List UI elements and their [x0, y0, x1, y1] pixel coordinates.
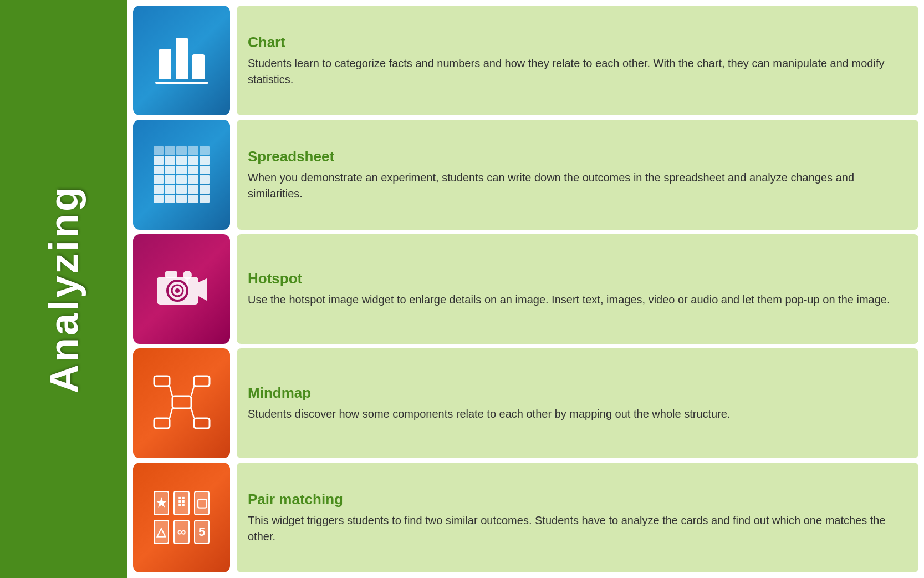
svg-rect-10 [194, 376, 210, 386]
hotspot-description-box: Hotspot Use the hotspot image widget to … [237, 234, 918, 344]
mindmap-icon [151, 372, 212, 435]
hotspot-icon [151, 257, 212, 321]
main-content: Chart Students learn to categorize facts… [127, 0, 924, 578]
spreadsheet-description-box: Spreadsheet When you demonstrate an expe… [237, 120, 918, 230]
mindmap-icon-box[interactable] [133, 348, 230, 458]
chart-icon [155, 38, 208, 84]
pair-matching-title: Pair matching [248, 491, 907, 508]
mindmap-title: Mindmap [248, 384, 907, 402]
svg-line-16 [191, 408, 194, 418]
hotspot-icon-box[interactable] [133, 234, 230, 344]
svg-point-4 [175, 288, 180, 293]
svg-rect-8 [172, 396, 191, 408]
chart-description: Students learn to categorize facts and n… [248, 55, 907, 88]
svg-point-6 [183, 271, 192, 280]
pair-matching-icon: ★ ⠿ ▢ △ ∞ 5 [151, 489, 212, 546]
list-item: Mindmap Students discover how some compo… [127, 348, 918, 458]
chart-description-box: Chart Students learn to categorize facts… [237, 6, 918, 115]
svg-line-13 [170, 386, 172, 396]
list-item: Hotspot Use the hotspot image widget to … [127, 234, 918, 344]
list-item: ★ ⠿ ▢ △ ∞ 5 Pair matching This widget tr… [127, 463, 918, 572]
pair-matching-description-box: Pair matching This widget triggers stude… [237, 463, 918, 572]
list-item: Spreadsheet When you demonstrate an expe… [127, 120, 918, 230]
svg-line-14 [191, 386, 194, 396]
hotspot-title: Hotspot [248, 270, 907, 287]
svg-rect-11 [154, 418, 170, 428]
svg-line-15 [170, 408, 172, 418]
list-item: Chart Students learn to categorize facts… [127, 6, 918, 115]
pair-matching-description: This widget triggers students to find tw… [248, 513, 907, 545]
svg-marker-5 [198, 278, 207, 301]
pair-matching-icon-box[interactable]: ★ ⠿ ▢ △ ∞ 5 [133, 463, 230, 572]
spreadsheet-icon-box[interactable] [133, 120, 230, 230]
sidebar: Analyzing [0, 0, 127, 578]
svg-rect-3 [165, 271, 177, 278]
mindmap-description: Students discover how some components re… [248, 406, 907, 422]
svg-rect-12 [194, 418, 210, 428]
mindmap-description-box: Mindmap Students discover how some compo… [237, 348, 918, 458]
spreadsheet-title: Spreadsheet [248, 148, 907, 165]
chart-icon-box[interactable] [133, 6, 230, 115]
svg-rect-9 [154, 376, 170, 386]
spreadsheet-description: When you demonstrate an experiment, stud… [248, 170, 907, 202]
hotspot-description: Use the hotspot image widget to enlarge … [248, 292, 907, 308]
spreadsheet-icon [151, 144, 212, 205]
chart-title: Chart [248, 34, 907, 51]
sidebar-label: Analyzing [41, 185, 86, 393]
